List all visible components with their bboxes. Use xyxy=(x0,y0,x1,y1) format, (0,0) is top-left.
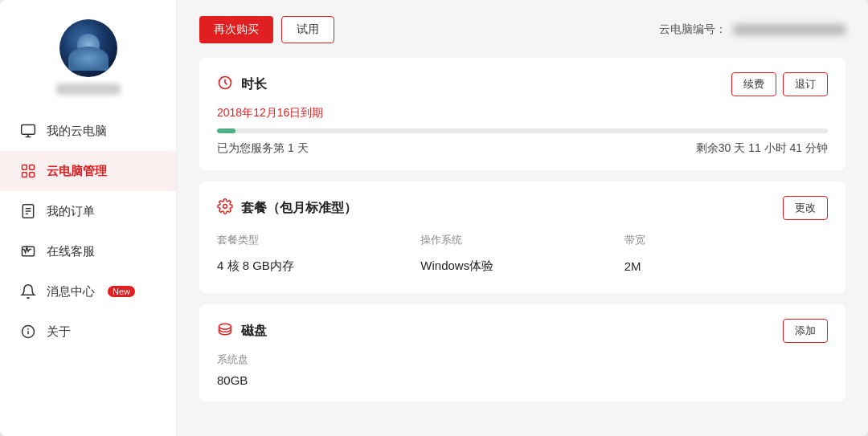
svg-point-17 xyxy=(219,324,231,329)
progress-bar xyxy=(217,128,828,133)
expiry-date: 2018年12月16日到期 xyxy=(217,106,828,120)
package-card: 套餐（包月标准型） 更改 套餐类型 操作系统 带宽 4 核 8 GB内存 Win… xyxy=(199,181,845,293)
gear-icon xyxy=(217,198,233,218)
sidebar-item-my-cloud-pc[interactable]: 我的云电脑 xyxy=(0,111,176,151)
svg-point-16 xyxy=(223,204,227,208)
col-os-header: 操作系统 xyxy=(420,230,624,254)
document-icon xyxy=(19,202,37,220)
remaining-time: 剩余30 天 11 小时 41 分钟 xyxy=(696,141,828,156)
disk-title: 磁盘 xyxy=(241,323,267,340)
value-os: Windows体验 xyxy=(420,254,624,279)
sidebar: 我的云电脑 云电脑管理 xyxy=(0,0,177,436)
svg-rect-6 xyxy=(30,173,35,177)
renew-button[interactable]: 续费 xyxy=(731,72,776,96)
duration-card-header: 时长 续费 退订 xyxy=(217,72,828,96)
main-content: 再次购买 试用 云电脑编号： 时长 xyxy=(177,0,868,436)
duration-title: 时长 xyxy=(241,76,267,93)
avatar-area xyxy=(56,19,121,95)
package-title-area: 套餐（包月标准型） xyxy=(217,198,357,218)
grid-icon xyxy=(19,162,37,180)
app-container: 我的云电脑 云电脑管理 xyxy=(0,0,868,436)
system-disk-label: 系统盘 xyxy=(217,352,828,367)
svg-rect-0 xyxy=(22,125,35,135)
sidebar-item-message-center[interactable]: 消息中心 New xyxy=(0,271,176,312)
col-type-header: 套餐类型 xyxy=(217,230,420,254)
username-blur xyxy=(56,84,121,95)
trial-button[interactable]: 试用 xyxy=(281,16,334,43)
action-buttons: 再次购买 试用 xyxy=(199,16,334,43)
repurchase-button[interactable]: 再次购买 xyxy=(199,16,273,43)
sidebar-item-label: 我的订单 xyxy=(47,204,95,219)
bell-icon xyxy=(19,283,37,300)
package-card-header: 套餐（包月标准型） 更改 xyxy=(217,196,828,220)
sidebar-item-label: 在线客服 xyxy=(47,244,95,259)
new-badge: New xyxy=(108,286,135,297)
sidebar-item-label: 云电脑管理 xyxy=(47,164,107,179)
sidebar-item-cloud-pc-management[interactable]: 云电脑管理 xyxy=(0,151,176,191)
top-bar: 再次购买 试用 云电脑编号： xyxy=(199,16,845,43)
duration-card: 时长 续费 退订 2018年12月16日到期 已为您服务第 1 天 剩余30 天… xyxy=(199,58,845,170)
computer-id-area: 云电脑编号： xyxy=(659,22,845,37)
sidebar-item-label: 关于 xyxy=(47,324,71,340)
value-bw: 2M xyxy=(624,254,828,279)
svg-rect-3 xyxy=(23,165,27,170)
clock-icon xyxy=(217,75,233,95)
svg-rect-5 xyxy=(23,173,27,177)
system-disk-value: 80GB xyxy=(217,373,828,387)
nav-menu: 我的云电脑 云电脑管理 xyxy=(0,111,176,352)
disk-title-area: 磁盘 xyxy=(217,321,267,341)
change-button[interactable]: 更改 xyxy=(783,196,828,220)
package-table: 套餐类型 操作系统 带宽 4 核 8 GB内存 Windows体验 2M xyxy=(217,230,828,279)
disk-icon xyxy=(217,321,233,341)
sidebar-item-my-orders[interactable]: 我的订单 xyxy=(0,191,176,231)
table-row: 4 核 8 GB内存 Windows体验 2M xyxy=(217,254,828,279)
duration-info: 已为您服务第 1 天 剩余30 天 11 小时 41 分钟 xyxy=(217,141,828,156)
sidebar-item-online-support[interactable]: 在线客服 xyxy=(0,231,176,271)
duration-action-buttons: 续费 退订 xyxy=(731,72,828,96)
computer-id-label: 云电脑编号： xyxy=(659,22,727,37)
disk-card-header: 磁盘 添加 xyxy=(217,319,828,343)
info-icon xyxy=(19,323,37,340)
package-title: 套餐（包月标准型） xyxy=(241,200,357,217)
col-bw-header: 带宽 xyxy=(624,230,828,254)
sidebar-item-label: 消息中心 xyxy=(47,284,95,299)
service-days: 已为您服务第 1 天 xyxy=(217,141,309,156)
value-type: 4 核 8 GB内存 xyxy=(217,254,420,279)
unsubscribe-button[interactable]: 退订 xyxy=(783,72,828,96)
progress-bar-fill xyxy=(217,128,235,133)
monitor-icon xyxy=(19,122,37,140)
svg-rect-4 xyxy=(30,165,35,170)
avatar xyxy=(59,19,117,77)
computer-id-value xyxy=(733,24,845,35)
add-disk-button[interactable]: 添加 xyxy=(783,319,828,343)
duration-title-area: 时长 xyxy=(217,75,267,95)
sidebar-item-label: 我的云电脑 xyxy=(47,124,107,139)
sidebar-item-about[interactable]: 关于 xyxy=(0,312,176,352)
support-icon xyxy=(19,242,37,260)
disk-card: 磁盘 添加 系统盘 80GB xyxy=(199,304,845,401)
